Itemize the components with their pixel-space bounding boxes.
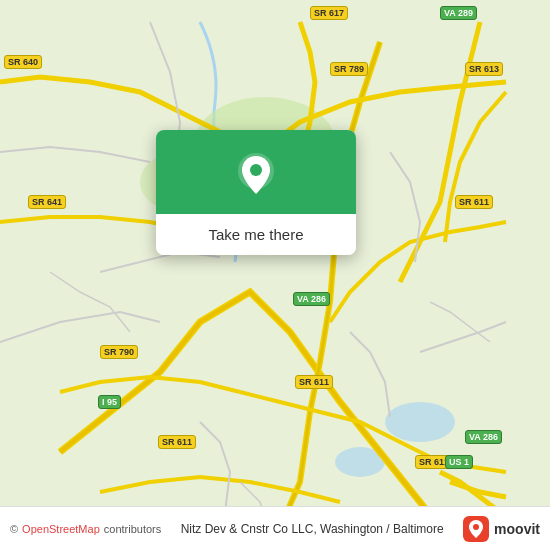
svg-point-2 xyxy=(385,402,455,442)
moovit-icon xyxy=(463,516,489,542)
road-badge-sr613: SR 613 xyxy=(465,62,503,76)
road-badge-sr611a: SR 611 xyxy=(455,195,493,209)
bottom-left: © OpenStreetMap contributors xyxy=(10,523,161,535)
road-badge-sr790: SR 790 xyxy=(100,345,138,359)
road-badge-sr789: SR 789 xyxy=(330,62,368,76)
map-container: SR 617 VA 289 SR 640 SR 789 SR 613 SR 64… xyxy=(0,0,550,550)
take-me-there-button[interactable]: Take me there xyxy=(156,214,356,255)
popup-card: Take me there xyxy=(156,130,356,255)
svg-point-7 xyxy=(473,524,479,530)
road-badge-sr617: SR 617 xyxy=(310,6,348,20)
bottom-bar: © OpenStreetMap contributors Nitz Dev & … xyxy=(0,506,550,550)
location-pin-icon xyxy=(232,150,280,198)
road-badge-va286: VA 286 xyxy=(293,292,330,306)
location-name: Nitz Dev & Cnstr Co LLC, Washington / Ba… xyxy=(181,522,444,536)
road-badge-va289: VA 289 xyxy=(440,6,477,20)
road-badge-sr611b: SR 611 xyxy=(295,375,333,389)
road-badge-sr641: SR 641 xyxy=(28,195,66,209)
popup-green-area xyxy=(156,130,356,214)
moovit-text: moovit xyxy=(494,521,540,537)
road-badge-i95: I 95 xyxy=(98,395,121,409)
copyright-symbol: © xyxy=(10,523,18,535)
road-badge-us1: US 1 xyxy=(445,455,473,469)
svg-point-5 xyxy=(250,164,262,176)
contributors-text: contributors xyxy=(104,523,161,535)
road-badge-sr611c: SR 611 xyxy=(158,435,196,449)
road-badge-sr640: SR 640 xyxy=(4,55,42,69)
moovit-logo: moovit xyxy=(463,516,540,542)
road-badge-va286b: VA 286 xyxy=(465,430,502,444)
osm-link[interactable]: OpenStreetMap xyxy=(22,523,100,535)
